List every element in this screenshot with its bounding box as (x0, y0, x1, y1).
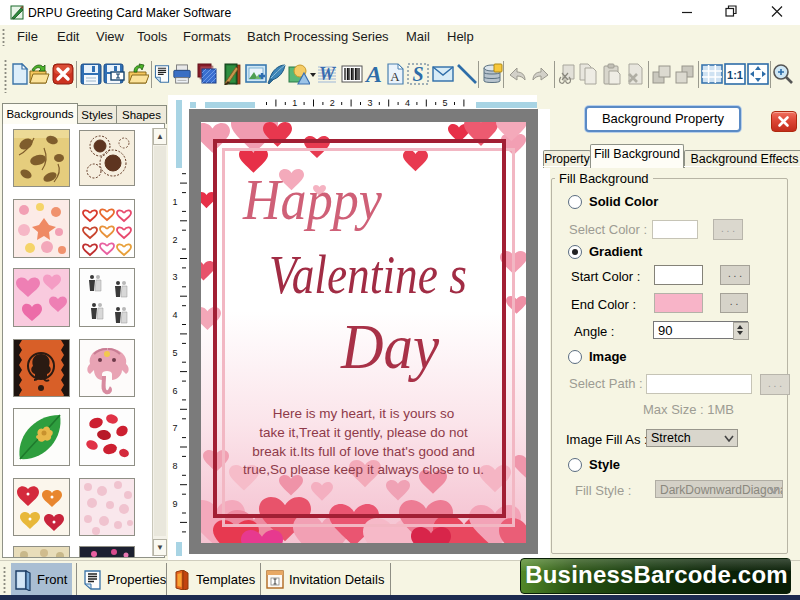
svg-text:4: 4 (172, 310, 177, 320)
svg-text:8: 8 (172, 461, 177, 471)
svg-text:5: 5 (172, 348, 177, 358)
svg-text:A: A (364, 63, 382, 85)
svg-text:1:1: 1:1 (727, 69, 743, 81)
svg-text:S: S (412, 63, 423, 85)
svg-text:7: 7 (172, 423, 177, 433)
svg-text:5: 5 (443, 98, 448, 108)
svg-text:2: 2 (172, 235, 177, 245)
svg-text:2: 2 (330, 98, 335, 108)
svg-text:1: 1 (172, 197, 177, 207)
svg-text:A: A (390, 69, 400, 84)
svg-text:1: 1 (292, 98, 297, 108)
svg-text:W: W (319, 64, 337, 84)
svg-text:9: 9 (172, 499, 177, 509)
svg-text:6: 6 (172, 386, 177, 396)
svg-text:4: 4 (405, 98, 410, 108)
svg-text:3: 3 (172, 272, 177, 282)
svg-text:3: 3 (367, 98, 372, 108)
